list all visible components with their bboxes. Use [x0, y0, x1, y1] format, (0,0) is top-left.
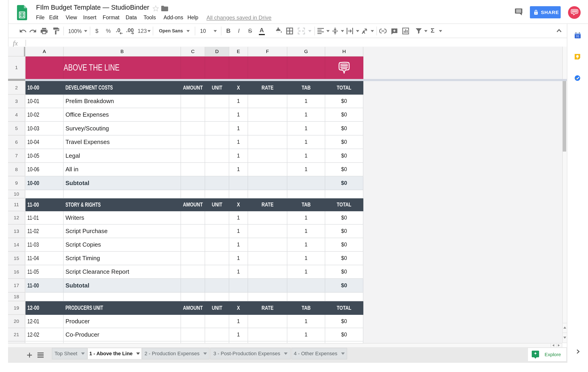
svg-text:A: A — [362, 30, 365, 34]
svg-text:31: 31 — [576, 34, 579, 38]
